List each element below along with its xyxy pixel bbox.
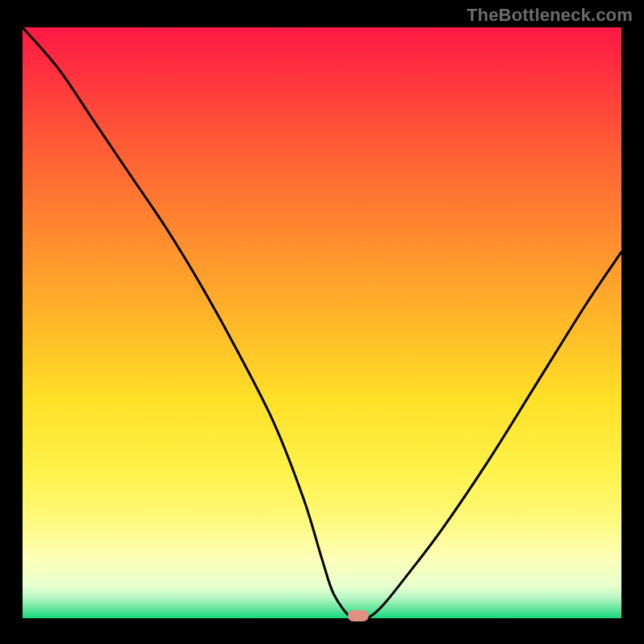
gradient-background <box>23 27 621 618</box>
optimal-point-marker <box>348 610 369 621</box>
bottleneck-plot-svg <box>23 27 621 618</box>
plot-area <box>23 27 621 618</box>
chart-frame: TheBottleneck.com <box>0 0 644 644</box>
watermark-text: TheBottleneck.com <box>467 5 633 26</box>
